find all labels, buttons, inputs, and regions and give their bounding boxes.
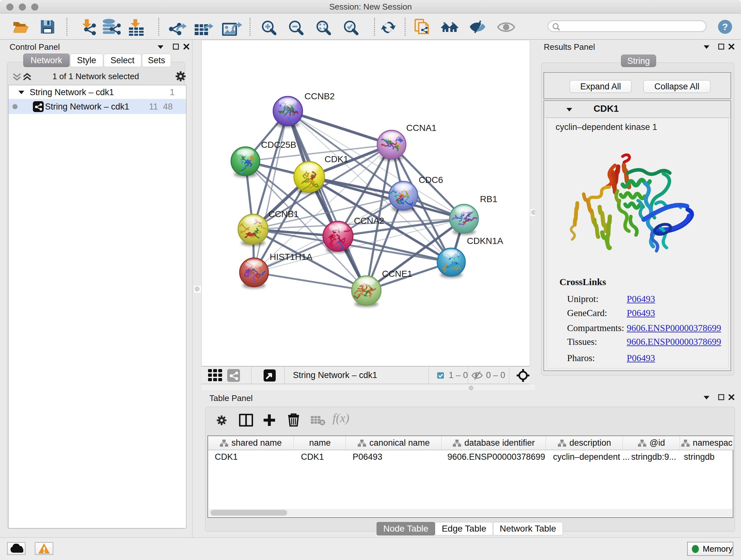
svg-text:CCNA2: CCNA2 (354, 216, 384, 226)
svg-text:CCNB1: CCNB1 (268, 209, 299, 219)
svg-text:HIST1H1A: HIST1H1A (270, 252, 313, 262)
svg-text:RB1: RB1 (480, 194, 497, 204)
svg-text:CCNE1: CCNE1 (382, 269, 412, 279)
svg-text:CDC25B: CDC25B (261, 140, 296, 150)
svg-text:CDC6: CDC6 (419, 175, 443, 185)
svg-text:CCNB2: CCNB2 (305, 91, 335, 101)
svg-text:CDK1: CDK1 (325, 154, 348, 164)
svg-text:?: ? (722, 21, 728, 32)
svg-text:CDKN1A: CDKN1A (467, 236, 503, 246)
svg-text:CCNA1: CCNA1 (406, 123, 436, 133)
